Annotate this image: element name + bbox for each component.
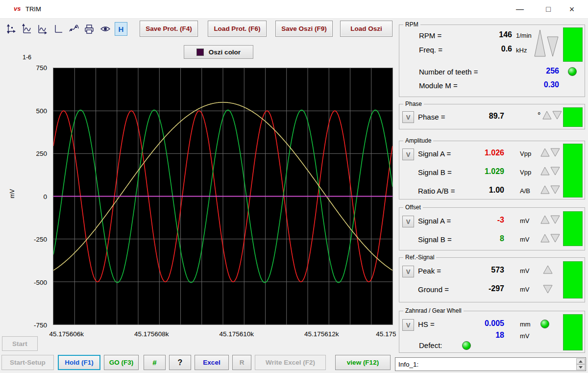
offset-group: Offset V Signal A = -3 mV Signal B = 8 m…	[399, 207, 585, 250]
start-button[interactable]: Start	[2, 336, 38, 351]
amp-signal-b-stepper[interactable]	[540, 167, 560, 176]
offset-signal-a-label: Signal A =	[418, 217, 451, 225]
amp-ratio-label: Ratio A/B =	[418, 187, 455, 195]
phase-group-title: Phase	[403, 100, 424, 107]
x-tick-label: 45.175606k	[49, 330, 84, 338]
x-tick-label: 45.175608k	[134, 330, 169, 338]
offset-v-button[interactable]: V	[402, 216, 414, 227]
offset-signal-b-unit: mV	[520, 236, 530, 243]
amp-signal-b-value: 1.029	[463, 167, 504, 176]
print-icon[interactable]	[82, 22, 96, 36]
info-selector-spinner[interactable]	[576, 358, 585, 370]
oszi-color-label: Oszi color	[209, 49, 241, 56]
phase-stepper[interactable]	[542, 111, 562, 120]
auto-scale-y-icon[interactable]	[20, 22, 33, 36]
amplitude-v-button[interactable]: V	[402, 149, 414, 160]
offset-group-title: Offset	[403, 204, 423, 211]
freq-unit: kHz	[516, 47, 527, 54]
peak-value: 573	[463, 266, 504, 274]
oscilloscope-canvas	[53, 68, 392, 324]
y-tick-label: 0	[43, 193, 47, 200]
freq-label: Freq. =	[419, 46, 442, 54]
amp-signal-a-label: Signal A =	[418, 149, 451, 158]
rpm-stepper[interactable]	[534, 29, 559, 57]
visibility-eye-icon[interactable]	[98, 22, 112, 36]
hold-f1-button[interactable]: Hold (F1)	[58, 355, 100, 370]
phase-value: 89.7	[463, 112, 504, 121]
rpm-label: RPM =	[419, 31, 441, 40]
amp-signal-a-stepper[interactable]	[540, 148, 560, 157]
amp-ratio-value: 1.00	[463, 186, 504, 195]
amplitude-group: Amplitude V Signal A = 1.026 Vpp Signal …	[399, 141, 585, 199]
x-tick-label: 45.175610k	[219, 330, 254, 338]
spinner-up-icon[interactable]	[576, 358, 585, 364]
save-protocol-button[interactable]: Save Prot. (F4)	[140, 21, 198, 37]
ground-label: Ground =	[418, 285, 449, 294]
teeth-value: 256	[510, 67, 559, 75]
hs-unit: mm	[520, 321, 531, 328]
peak-up-stepper[interactable]	[542, 265, 553, 274]
oszi-color-button[interactable]: Oszi color	[184, 45, 253, 59]
offset-signal-a-stepper[interactable]	[540, 215, 560, 224]
ref-v-button[interactable]: V	[402, 266, 414, 277]
oszi-color-swatch	[196, 49, 204, 56]
defect-label: Defect:	[419, 341, 442, 349]
amp-signal-a-value: 1.026	[463, 149, 504, 157]
y-tick-label: -500	[34, 278, 47, 286]
view-f12-button[interactable]: view (F12)	[335, 355, 391, 370]
gear-wheel-group: Zahnrad / Gear Whell V HS = 0.005 mm 18 …	[399, 311, 585, 353]
teeth-led-indicator[interactable]	[568, 67, 577, 76]
maximize-button[interactable]: □	[537, 0, 560, 19]
amp-ratio-stepper[interactable]	[540, 185, 560, 195]
excel-button[interactable]: Excel	[195, 355, 229, 370]
write-excel-f2-button[interactable]: Write Excel (F2)	[255, 355, 326, 370]
freq-value: 0.6	[471, 45, 512, 53]
y-tick-label: 500	[36, 107, 47, 114]
phase-label: Phase =	[418, 113, 445, 121]
app-logo-icon: vs	[14, 5, 21, 12]
teeth-label: Number of teeth =	[419, 68, 478, 76]
y-tick-label: 250	[36, 150, 47, 157]
offset-signal-b-stepper[interactable]	[540, 234, 560, 243]
hs-mv-value: 18	[463, 331, 504, 340]
auto-scale-x-icon[interactable]	[35, 22, 49, 36]
hs-value: 0.005	[463, 319, 504, 328]
load-protocol-button[interactable]: Load Prot. (F6)	[208, 21, 267, 37]
ref-signal-group: Ref.-Signal V Peak = 573 mV Ground = -29…	[399, 257, 585, 302]
axes-icon[interactable]	[51, 22, 65, 36]
minimize-button[interactable]: —	[509, 0, 531, 19]
gear-v-button[interactable]: V	[402, 319, 414, 331]
y-axis-label: mV	[9, 189, 16, 199]
gear-wheel-group-title: Zahnrad / Gear Whell	[403, 307, 464, 314]
pan-axes-icon[interactable]	[4, 22, 18, 36]
load-oszi-button[interactable]: Load Oszi	[340, 21, 392, 37]
spinner-down-icon[interactable]	[576, 364, 585, 370]
offset-signal-a-value: -3	[463, 216, 504, 224]
go-f3-button[interactable]: GO (F3)	[104, 355, 139, 370]
hash-button[interactable]: #	[144, 355, 166, 370]
freehand-curve-icon[interactable]	[67, 22, 81, 36]
phase-group: Phase V Phase = 89.7 °	[399, 104, 585, 129]
module-label: Module M =	[419, 81, 458, 90]
close-button[interactable]: ×	[561, 0, 583, 19]
hold-toggle-button[interactable]: H	[115, 22, 127, 36]
phase-unit: °	[538, 111, 540, 120]
phase-v-button[interactable]: V	[402, 111, 414, 123]
info-selector[interactable]: Info_1:	[395, 357, 586, 371]
save-oszi-button[interactable]: Save Oszi (F9)	[275, 21, 333, 37]
amp-signal-b-label: Signal B =	[418, 168, 452, 176]
y-tick-label: -750	[34, 322, 47, 329]
amplitude-group-title: Amplitude	[403, 137, 433, 144]
r-button[interactable]: R	[232, 355, 251, 370]
phase-status-indicator	[563, 107, 583, 127]
module-value: 0.30	[510, 80, 559, 89]
help-button[interactable]: ?	[169, 355, 191, 370]
info-selector-value: Info_1:	[398, 361, 418, 368]
rpm-unit: 1/min	[516, 32, 532, 39]
ground-down-stepper[interactable]	[542, 284, 553, 294]
offset-status-indicator	[563, 211, 583, 246]
x-tick-label: 45.1756	[376, 330, 396, 338]
start-setup-button[interactable]: Start-Setup	[1, 355, 54, 370]
gear-status-indicator	[563, 314, 583, 350]
rpm-status-indicator	[563, 27, 583, 62]
